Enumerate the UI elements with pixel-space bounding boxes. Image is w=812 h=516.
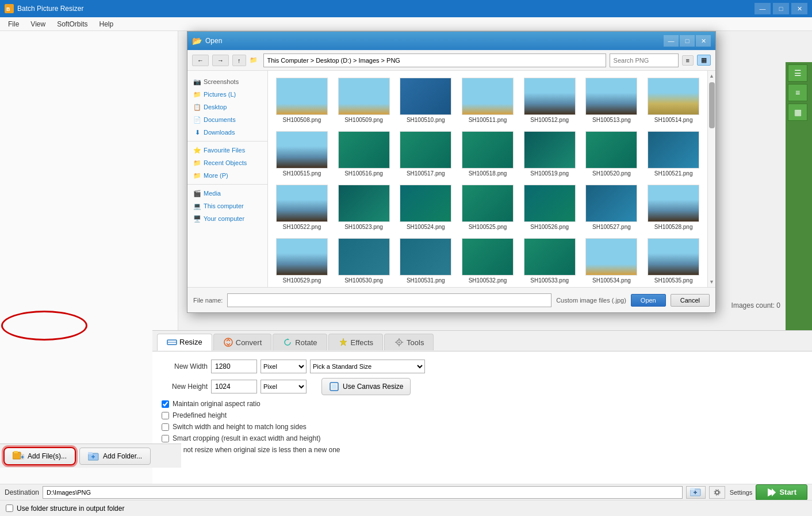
tab-convert[interactable]: Convert xyxy=(213,334,272,350)
menu-file[interactable]: File xyxy=(2,19,25,29)
file-item[interactable]: SH100519.png xyxy=(520,129,579,179)
tab-resize[interactable]: Resize xyxy=(157,334,212,351)
destination-input[interactable] xyxy=(43,486,683,499)
fd-address-bar[interactable] xyxy=(263,53,606,67)
fd-open-btn[interactable]: Open xyxy=(631,294,666,307)
file-item[interactable]: SH100529.png xyxy=(273,236,331,286)
fd-sidebar-item-2[interactable]: 📋 Desktop xyxy=(187,101,267,113)
file-name: SH100509.png xyxy=(344,117,383,123)
minimize-button[interactable]: — xyxy=(754,3,771,14)
file-item[interactable]: SH100527.png xyxy=(583,182,641,232)
destination-folder-button[interactable] xyxy=(686,486,706,499)
fd-filename-input[interactable] xyxy=(227,293,551,307)
add-folder-button[interactable]: Add Folder... xyxy=(79,448,151,465)
fd-search[interactable] xyxy=(610,53,679,67)
tab-rotate[interactable]: Rotate xyxy=(273,334,327,350)
fd-sidebar-item-10[interactable]: 🖥️ Your computer xyxy=(187,212,267,225)
file-item[interactable]: SH100528.png xyxy=(644,182,703,232)
fd-cancel-btn[interactable]: Cancel xyxy=(671,294,710,307)
fd-up[interactable]: ↑ xyxy=(232,55,246,66)
svg-marker-31 xyxy=(772,488,776,496)
file-item[interactable]: SH100508.png xyxy=(273,75,331,125)
file-item[interactable]: SH100526.png xyxy=(520,182,579,232)
file-item[interactable]: SH100510.png xyxy=(396,75,455,125)
file-item[interactable]: SH100531.png xyxy=(396,236,455,286)
width-unit-select[interactable]: Pixel Percent cm inch xyxy=(261,360,307,373)
menu-view[interactable]: View xyxy=(25,19,51,29)
folder-structure-checkbox[interactable] xyxy=(6,504,13,512)
svg-text:B: B xyxy=(6,6,10,12)
file-item[interactable]: SH100525.png xyxy=(458,182,517,232)
tab-tools[interactable]: Tools xyxy=(384,334,434,350)
predef-height-row: Predefined height xyxy=(162,411,803,419)
fd-close[interactable]: ✕ xyxy=(696,35,711,47)
file-name: SH100532.png xyxy=(469,277,507,284)
fd-sidebar-item-9[interactable]: 💻 This computer xyxy=(187,200,267,212)
start-button[interactable]: Start xyxy=(756,484,807,500)
file-item[interactable]: SH100511.png xyxy=(458,75,517,125)
fd-minimize[interactable]: — xyxy=(664,35,679,47)
add-files-label: Add File(s)... xyxy=(28,452,67,460)
fd-view-grid[interactable]: ▦ xyxy=(697,55,711,66)
file-item[interactable]: SH100515.png xyxy=(273,129,331,179)
fd-sidebar-item-6[interactable]: 📁 Recent Objects xyxy=(187,156,267,169)
settings-button[interactable] xyxy=(709,486,725,499)
fd-sidebar-item-3[interactable]: 📄 Documents xyxy=(187,113,267,126)
detail-view-button[interactable]: ▦ xyxy=(788,104,807,121)
file-item[interactable]: SH100512.png xyxy=(520,75,579,125)
fd-sidebar-item-0[interactable]: 📷 Screenshots xyxy=(187,75,267,88)
switch-sides-checkbox[interactable] xyxy=(162,423,169,431)
fd-sidebar-item-8[interactable]: 🎬 Media xyxy=(187,187,267,200)
fd-forward[interactable]: → xyxy=(212,55,229,66)
file-item[interactable]: SH100517.png xyxy=(396,129,455,179)
aspect-ratio-checkbox[interactable] xyxy=(162,400,169,408)
list-view-button[interactable]: ☰ xyxy=(788,64,807,82)
tab-effects[interactable]: Effects xyxy=(328,334,384,350)
file-item[interactable]: SH100534.png xyxy=(583,236,641,286)
close-button[interactable]: ✕ xyxy=(791,3,807,14)
file-name: SH100531.png xyxy=(407,277,445,284)
file-name: SH100512.png xyxy=(530,117,569,123)
file-item[interactable]: SH100524.png xyxy=(396,182,455,232)
file-item[interactable]: SH100522.png xyxy=(273,182,331,232)
file-item[interactable]: SH100520.png xyxy=(583,129,641,179)
fd-sidebar-item-1[interactable]: 📁 Pictures (L) xyxy=(187,88,267,101)
menu-help[interactable]: Help xyxy=(94,19,120,29)
file-name: SH100533.png xyxy=(530,277,569,284)
tab-convert-label: Convert xyxy=(236,338,262,347)
file-item[interactable]: SH100530.png xyxy=(335,236,393,286)
file-item[interactable]: SH100514.png xyxy=(644,75,703,125)
height-input[interactable] xyxy=(211,380,257,393)
add-files-button[interactable]: Add File(s)... xyxy=(3,447,76,465)
scroll-up[interactable]: ▲ xyxy=(708,72,715,80)
fd-back[interactable]: ← xyxy=(192,55,209,66)
file-item[interactable]: SH100516.png xyxy=(335,129,393,179)
fd-sidebar-item-7[interactable]: 📁 More (P) xyxy=(187,169,267,182)
width-input[interactable] xyxy=(211,360,257,373)
height-unit-select[interactable]: Pixel Percent cm inch xyxy=(261,380,307,393)
fd-view-list[interactable]: ≡ xyxy=(682,55,694,66)
file-item[interactable]: SH100523.png xyxy=(335,182,393,232)
maximize-button[interactable]: □ xyxy=(773,3,789,14)
file-item[interactable]: SH100518.png xyxy=(458,129,517,179)
smart-crop-checkbox[interactable] xyxy=(162,435,169,442)
file-item[interactable]: SH100532.png xyxy=(458,236,517,286)
file-item[interactable]: SH100535.png xyxy=(644,236,703,286)
file-item[interactable]: SH100521.png xyxy=(644,129,703,179)
fd-sidebar-item-4[interactable]: ⬇ Downloads xyxy=(187,126,267,139)
folder-icon-0: 📷 xyxy=(193,78,201,86)
fd-maximize[interactable]: □ xyxy=(680,35,695,47)
file-item[interactable]: SH100533.png xyxy=(520,236,579,286)
grid-view-button[interactable]: ≡ xyxy=(788,84,807,101)
standard-size-select[interactable]: Pick a Standard Size 640x480 800x600 102… xyxy=(310,360,425,373)
file-item[interactable]: SH100509.png xyxy=(335,75,393,125)
folder-icon-2: 📋 xyxy=(193,103,201,111)
file-item[interactable]: SH100513.png xyxy=(583,75,641,125)
scroll-down[interactable]: ▼ xyxy=(708,278,715,286)
menu-softorbits[interactable]: SoftOrbits xyxy=(51,19,93,29)
predef-height-checkbox[interactable] xyxy=(162,412,169,419)
fd-file-grid-area[interactable]: SH100508.pngSH100509.pngSH100510.pngSH10… xyxy=(268,71,707,287)
scroll-thumb[interactable] xyxy=(709,82,715,128)
canvas-resize-btn[interactable]: Use Canvas Resize xyxy=(321,378,411,395)
fd-sidebar-item-5[interactable]: ⭐ Favourite Files xyxy=(187,144,267,156)
